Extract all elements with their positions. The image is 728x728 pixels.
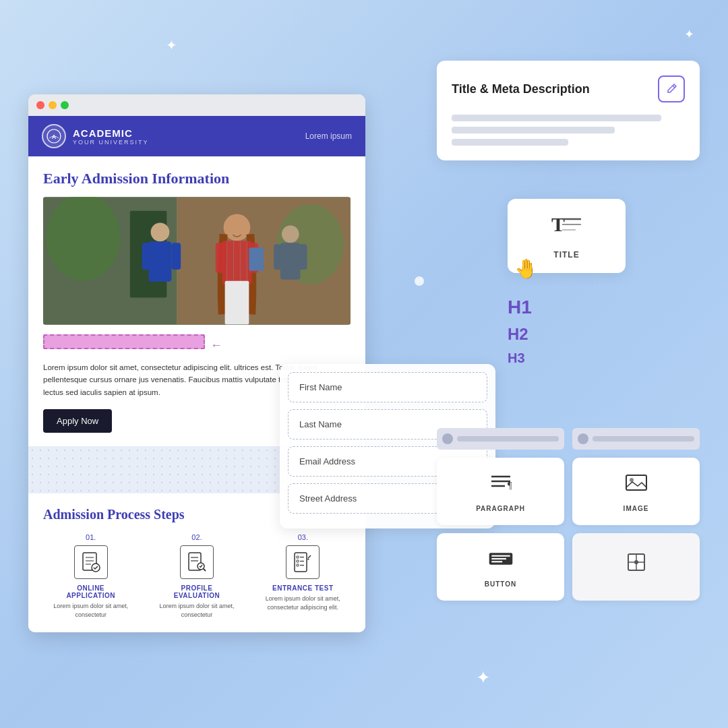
svg-rect-24 (274, 244, 282, 270)
star-decoration-3: ✦ (684, 27, 694, 42)
edit-button[interactable] (658, 75, 685, 102)
svg-point-7 (47, 197, 120, 281)
image-icon (624, 471, 648, 499)
svg-line-46 (673, 86, 675, 88)
component-row-2: BUTTON (437, 533, 700, 601)
svg-rect-55 (626, 475, 646, 490)
university-header: A ACADEMIC YOUR UNIVERSITY Lorem ipsum (28, 116, 365, 156)
svg-line-36 (204, 569, 206, 571)
svg-rect-10 (149, 241, 172, 281)
arrow-icon: ← (210, 338, 222, 353)
svg-text:¶: ¶ (508, 481, 512, 491)
panel-header: Title & Meta Description (452, 75, 685, 102)
meta-line-3 (452, 139, 568, 146)
meta-line-1 (452, 115, 661, 121)
step-label-1: ONLINEAPPLICATION (43, 584, 138, 599)
button-component[interactable]: BUTTON (437, 533, 564, 601)
university-nav[interactable]: Lorem ipsum (305, 131, 352, 141)
paragraph-label: PARAGRAPH (476, 505, 525, 512)
svg-rect-25 (299, 244, 307, 270)
process-step-1: 01. ONLINEAPPLICATION Lorem ipsum dolor … (43, 533, 138, 619)
svg-rect-26 (249, 247, 264, 271)
extra-icon-1 (624, 550, 648, 578)
step-desc-2: Lorem ipsum dolor sit amet, consectetur (149, 602, 244, 619)
headings-area: H1 H2 H3 (508, 297, 626, 373)
panel-title: Title & Meta Description (452, 82, 590, 96)
step-icon-3 (286, 545, 320, 579)
highlight-row: ← (43, 334, 351, 356)
site-image (43, 197, 351, 325)
browser-dot-red (36, 101, 44, 109)
toggle-row (437, 428, 700, 450)
step-icon-1 (74, 545, 108, 579)
process-step-2: 02. PROFILEEVALUATION Lorem ipsum dolor … (149, 533, 244, 619)
title-widget-card[interactable]: T TITLE 🤚 (508, 199, 626, 273)
title-widget-icon: T (521, 212, 612, 245)
apply-now-button[interactable]: Apply Now (43, 409, 112, 433)
heading-h1[interactable]: H1 (508, 297, 626, 318)
step-label-2: PROFILEEVALUATION (149, 584, 244, 599)
svg-rect-23 (280, 243, 301, 280)
star-decoration-2: ✦ (476, 667, 491, 688)
meta-description-panel: Title & Meta Description (437, 61, 700, 160)
browser-dot-yellow (49, 101, 57, 109)
browser-toolbar (28, 94, 365, 116)
step-num-2: 02. (149, 533, 244, 541)
university-logo-area: A ACADEMIC YOUR UNIVERSITY (42, 124, 149, 148)
step-desc-3: Lorem ipsum dolor sit amet, consectetur … (255, 595, 351, 611)
circle-dot-1 (415, 276, 424, 286)
svg-point-9 (151, 222, 170, 241)
svg-text:A: A (52, 133, 57, 140)
step-label-3: ENTRANCE TEST (255, 584, 351, 592)
step-num-1: 01. (43, 533, 138, 541)
svg-line-45 (308, 555, 311, 558)
svg-rect-21 (225, 281, 249, 324)
form-field-firstname[interactable]: First Name (288, 372, 487, 402)
meta-line-2 (452, 127, 615, 133)
svg-rect-12 (171, 243, 181, 270)
heading-h3[interactable]: H3 (508, 351, 626, 366)
hand-cursor-icon: 🤚 (514, 257, 538, 280)
step-icon-2 (180, 545, 214, 579)
heading-h2[interactable]: H2 (508, 325, 626, 344)
button-icon (489, 547, 513, 575)
svg-rect-11 (142, 243, 152, 270)
image-label: IMAGE (624, 505, 649, 512)
svg-rect-19 (216, 243, 225, 273)
paragraph-component[interactable]: ¶ PARAGRAPH (437, 458, 564, 525)
process-step-3: 03. ENTRA (255, 533, 351, 619)
image-component[interactable]: IMAGE (572, 458, 700, 525)
svg-point-64 (634, 560, 638, 564)
university-name: ACADEMIC YOUR UNIVERSITY (73, 127, 149, 146)
svg-point-56 (630, 478, 634, 482)
university-logo: A (42, 124, 66, 148)
meta-lines (452, 115, 685, 146)
extra-component-1[interactable] (572, 533, 700, 601)
star-decoration-1: ✦ (166, 37, 177, 53)
components-grid: ¶ PARAGRAPH IMAGE (437, 428, 700, 609)
browser-dot-green (61, 101, 69, 109)
step-num-3: 03. (255, 533, 351, 541)
svg-point-22 (282, 225, 299, 243)
process-steps: 01. ONLINEAPPLICATION Lorem ipsum dolor … (43, 533, 351, 619)
step-desc-1: Lorem ipsum dolor sit amet, consectetur (43, 602, 138, 619)
button-label: BUTTON (485, 580, 516, 588)
component-row-1: ¶ PARAGRAPH IMAGE (437, 458, 700, 525)
paragraph-icon: ¶ (489, 471, 513, 499)
site-heading: Early Admission Information (43, 170, 351, 187)
highlight-bar (43, 334, 205, 349)
